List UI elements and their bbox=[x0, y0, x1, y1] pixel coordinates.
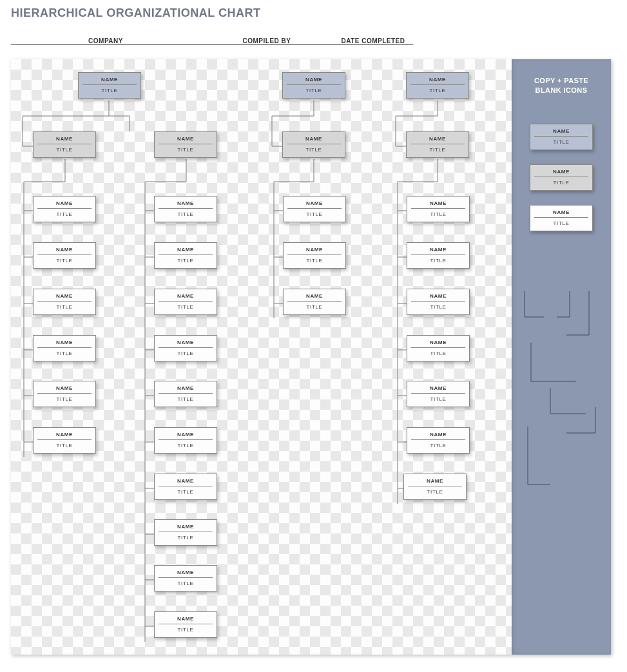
org-box-leaf[interactable]: NAMETITLE bbox=[407, 381, 470, 407]
label-date-completed: DATE COMPLETED bbox=[333, 37, 413, 44]
org-box-leaf[interactable]: NAMETITLE bbox=[33, 289, 96, 315]
org-box-leaf[interactable]: NAMETITLE bbox=[154, 196, 217, 222]
org-title: TITLE bbox=[411, 255, 465, 264]
org-name: NAME bbox=[37, 384, 92, 394]
org-name: NAME bbox=[411, 292, 465, 302]
org-title: TITLE bbox=[411, 348, 465, 357]
org-name: NAME bbox=[287, 199, 342, 209]
org-box-top[interactable]: NAME TITLE bbox=[406, 72, 469, 99]
org-name: NAME bbox=[159, 615, 213, 624]
page-title: HIERARCHICAL ORGANIZATIONAL CHART bbox=[11, 6, 616, 20]
label-company: COMPANY bbox=[11, 37, 200, 44]
org-title: TITLE bbox=[408, 486, 462, 495]
org-name: NAME bbox=[287, 135, 341, 144]
org-box-leaf[interactable]: NAMETITLE bbox=[33, 196, 96, 222]
org-box-leaf[interactable]: NAMETITLE bbox=[154, 381, 217, 407]
org-box-leaf[interactable]: NAMETITLE bbox=[154, 335, 217, 361]
org-title: TITLE bbox=[287, 144, 341, 153]
org-name: NAME bbox=[534, 208, 588, 218]
header: HIERARCHICAL ORGANIZATIONAL CHART COMPAN… bbox=[0, 0, 627, 45]
org-box-leaf[interactable]: NAMETITLE bbox=[33, 427, 96, 454]
org-name: NAME bbox=[159, 568, 213, 578]
org-title: TITLE bbox=[37, 348, 92, 357]
org-title: TITLE bbox=[37, 440, 92, 449]
org-box-leaf[interactable]: NAMETITLE bbox=[154, 611, 217, 638]
org-name: NAME bbox=[411, 430, 465, 440]
sample-box-grey[interactable]: NAMETITLE bbox=[530, 164, 593, 191]
org-name: NAME bbox=[287, 75, 341, 85]
org-box-leaf[interactable]: NAMETITLE bbox=[283, 196, 346, 222]
org-name: NAME bbox=[408, 477, 462, 486]
org-name: NAME bbox=[411, 384, 465, 394]
org-box-top[interactable]: NAME TITLE bbox=[282, 72, 345, 99]
org-title: TITLE bbox=[534, 137, 588, 146]
org-name: NAME bbox=[534, 168, 588, 177]
org-name: NAME bbox=[159, 523, 213, 532]
side-title-l2: BLANK ICONS bbox=[535, 86, 588, 94]
org-box-leaf[interactable]: NAMETITLE bbox=[154, 289, 217, 315]
org-name: NAME bbox=[159, 199, 213, 209]
org-box-leaf[interactable]: NAMETITLE bbox=[33, 381, 96, 407]
org-name: NAME bbox=[159, 245, 213, 255]
org-title: TITLE bbox=[159, 394, 213, 403]
org-box-leaf[interactable]: NAMETITLE bbox=[407, 242, 470, 269]
org-box-mid[interactable]: NAME TITLE bbox=[154, 131, 217, 158]
org-box-leaf[interactable]: NAMETITLE bbox=[407, 289, 470, 315]
org-title: TITLE bbox=[411, 394, 465, 403]
org-name: NAME bbox=[37, 199, 92, 209]
org-title: TITLE bbox=[287, 255, 342, 264]
org-title: TITLE bbox=[287, 85, 341, 94]
org-title: TITLE bbox=[534, 177, 588, 186]
org-title: TITLE bbox=[159, 486, 213, 495]
page-root: HIERARCHICAL ORGANIZATIONAL CHART COMPAN… bbox=[0, 0, 627, 672]
org-box-leaf[interactable]: NAMETITLE bbox=[154, 519, 217, 546]
org-title: TITLE bbox=[37, 394, 92, 403]
org-name: NAME bbox=[37, 338, 92, 348]
org-box-leaf[interactable]: NAMETITLE bbox=[154, 565, 217, 591]
org-name: NAME bbox=[37, 135, 92, 144]
org-box-leaf[interactable]: NAMETITLE bbox=[407, 196, 470, 222]
org-name: NAME bbox=[287, 245, 342, 255]
org-box-leaf[interactable]: NAMETITLE bbox=[283, 289, 346, 315]
org-box-leaf[interactable]: NAMETITLE bbox=[154, 474, 217, 500]
org-title: TITLE bbox=[411, 302, 465, 311]
org-title: TITLE bbox=[159, 302, 213, 311]
org-name: NAME bbox=[410, 135, 465, 144]
org-title: TITLE bbox=[159, 255, 213, 264]
org-title: TITLE bbox=[159, 624, 213, 633]
org-title: TITLE bbox=[534, 218, 588, 227]
org-title: TITLE bbox=[159, 144, 213, 153]
org-box-leaf[interactable]: NAMETITLE bbox=[33, 335, 96, 361]
org-title: TITLE bbox=[411, 440, 465, 449]
org-name: NAME bbox=[411, 199, 465, 209]
org-box-leaf[interactable]: NAMETITLE bbox=[407, 335, 470, 361]
org-title: TITLE bbox=[82, 85, 137, 94]
side-title-l1: COPY + PASTE bbox=[534, 77, 588, 84]
org-name: NAME bbox=[159, 338, 213, 348]
org-name: NAME bbox=[159, 135, 213, 144]
org-box-leaf[interactable]: NAMETITLE bbox=[33, 242, 96, 269]
org-title: TITLE bbox=[159, 578, 213, 587]
org-title: TITLE bbox=[159, 532, 213, 541]
label-compiled-by: COMPILED BY bbox=[200, 37, 333, 44]
org-name: NAME bbox=[159, 384, 213, 394]
org-box-leaf[interactable]: NAMETITLE bbox=[407, 427, 470, 454]
org-title: TITLE bbox=[411, 209, 465, 218]
org-name: NAME bbox=[159, 477, 213, 486]
org-box-leaf[interactable]: NAMETITLE bbox=[283, 242, 346, 269]
org-title: TITLE bbox=[287, 209, 342, 218]
org-box-leaf[interactable]: NAMETITLE bbox=[154, 427, 217, 454]
org-box-mid[interactable]: NAME TITLE bbox=[33, 131, 96, 158]
org-box-mid[interactable]: NAME TITLE bbox=[406, 131, 469, 158]
chart-canvas[interactable]: NAME TITLE NAME TITLE NAME TITLE NAMETIT… bbox=[11, 59, 611, 655]
org-name: NAME bbox=[410, 75, 465, 85]
sample-box-blue[interactable]: NAMETITLE bbox=[530, 124, 593, 150]
org-name: NAME bbox=[534, 127, 588, 137]
org-name: NAME bbox=[411, 338, 465, 348]
sample-box-white[interactable]: NAMETITLE bbox=[530, 205, 593, 231]
org-title: TITLE bbox=[37, 255, 92, 264]
org-box-top[interactable]: NAME TITLE bbox=[78, 72, 141, 99]
org-box-mid[interactable]: NAME TITLE bbox=[282, 131, 345, 158]
org-box-leaf[interactable]: NAMETITLE bbox=[154, 242, 217, 269]
org-box-leaf[interactable]: NAMETITLE bbox=[403, 474, 467, 500]
